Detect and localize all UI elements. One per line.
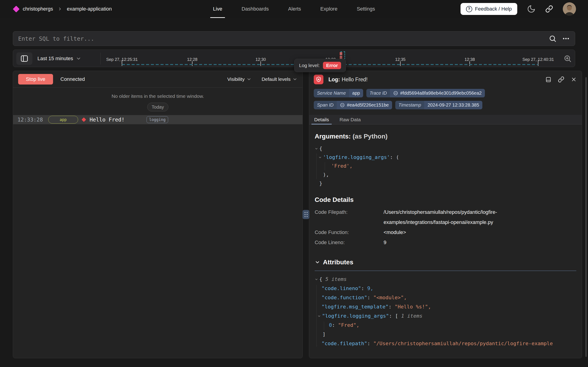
connection-status: Connected <box>60 76 85 82</box>
code-lineno-label: Code Lineno: <box>315 237 384 248</box>
divider <box>315 271 576 271</box>
search-icon[interactable] <box>549 35 556 42</box>
error-shield-icon <box>314 75 323 84</box>
log-time: 12:33:28 <box>17 117 43 123</box>
chevron-down-icon <box>315 259 320 265</box>
divider <box>100 53 101 65</box>
chevron-down-icon <box>247 77 251 82</box>
tab-raw-data[interactable]: Raw Data <box>339 115 361 124</box>
chevron-down-icon <box>76 56 81 61</box>
span-id-value: #ea4d5f226ec151be <box>347 102 389 108</box>
sidebar-toggle-icon[interactable] <box>16 52 32 65</box>
code-filepath-label: Code Filepath: <box>315 207 384 227</box>
attributes-json-block: { 5 items "code.lineno": 9, "code.functi… <box>315 275 576 348</box>
default-levels-label: Default levels <box>262 76 290 82</box>
detail-tabs: Details Raw Data <box>309 115 582 125</box>
error-level-badge: Error <box>323 62 341 69</box>
code-function-value: <module> <box>384 227 576 237</box>
collapse-chevron-icon[interactable] <box>315 275 319 284</box>
sql-filter-input[interactable] <box>18 35 549 42</box>
code-details-heading: Code Details <box>315 196 576 203</box>
trace-id-value: #fdd5694a8fa98eb4e301d99ebc056ea2 <box>400 91 482 96</box>
timeline-tick <box>122 60 122 66</box>
collapse-chevron-icon[interactable] <box>315 144 319 153</box>
badge-label: Service Name <box>314 89 349 97</box>
timestamp-value: 2024-09-27 12:33:28.385 <box>424 101 482 109</box>
arguments-heading: Arguments: (as Python) <box>315 133 576 140</box>
breadcrumb: christophergs example-application <box>0 6 112 12</box>
visibility-dropdown[interactable]: Visibility <box>227 76 251 82</box>
breadcrumb-org[interactable]: christophergs <box>23 6 53 12</box>
log-detail-panel: Log:Hello Fred! Service Name app Trace I… <box>309 71 582 358</box>
tooltip-label: Log level: <box>299 63 320 68</box>
timeline-tick <box>260 61 261 66</box>
logfire-logo-icon[interactable] <box>13 6 20 12</box>
service-badge[interactable]: app <box>48 116 78 124</box>
detail-header: Log:Hello Fred! <box>309 71 582 84</box>
link-icon <box>393 91 398 96</box>
tab-details[interactable]: Details <box>314 115 329 124</box>
time-range-label: Last 15 minutes <box>37 56 73 62</box>
question-icon: ? <box>466 6 472 12</box>
timestamp-badge: Timestamp 2024-09-27 12:33:28.385 <box>395 101 482 109</box>
log-level-tooltip: Log level: Error <box>294 59 346 72</box>
badge-label: Timestamp <box>395 101 424 109</box>
zoom-in-icon[interactable] <box>563 54 572 63</box>
live-panel-header: Stop live Connected Visibility Default l… <box>13 71 303 87</box>
user-avatar[interactable] <box>563 2 576 16</box>
log-message: Hello Fred! <box>90 117 124 123</box>
logging-tag-badge[interactable]: logging <box>147 116 168 123</box>
drag-dots-icon <box>305 212 307 217</box>
share-link-icon[interactable] <box>545 5 553 13</box>
scrollbar[interactable] <box>585 77 587 357</box>
detail-title: Log:Hello Fred! <box>328 76 367 83</box>
code-lineno-value: 9 <box>384 237 576 248</box>
live-logs-panel: Stop live Connected Visibility Default l… <box>13 71 303 358</box>
detail-title-text: Hello Fred! <box>342 76 367 83</box>
collapse-chevron-icon[interactable] <box>317 312 322 320</box>
badge-value: app <box>349 89 363 97</box>
panel-resize-handle[interactable] <box>303 210 309 219</box>
error-diamond-icon <box>82 117 86 122</box>
stop-live-button[interactable]: Stop live <box>18 74 53 84</box>
badge-label: Span ID <box>314 101 337 109</box>
chevron-down-icon <box>292 77 298 82</box>
link-icon <box>340 103 345 108</box>
nav-tab-alerts[interactable]: Alerts <box>287 0 302 18</box>
empty-window-message: No older items in the selected time wind… <box>13 93 303 99</box>
collapse-chevron-icon[interactable] <box>318 153 323 162</box>
metadata-badges: Service Name app Trace ID #fdd5694a8fa98… <box>309 84 582 109</box>
dark-mode-moon-icon[interactable] <box>527 5 536 13</box>
feedback-help-button[interactable]: ? Feedback / Help <box>461 3 517 15</box>
today-button[interactable]: Today <box>147 103 168 111</box>
dock-panel-icon[interactable] <box>545 76 552 83</box>
attributes-heading: Attributes <box>323 259 353 266</box>
close-icon[interactable] <box>571 76 577 83</box>
timeline-tick <box>192 61 192 66</box>
breadcrumb-project[interactable]: example-application <box>67 6 112 12</box>
time-range-select[interactable]: Last 15 minutes <box>36 56 83 62</box>
trace-id-badge[interactable]: Trace ID #fdd5694a8fa98eb4e301d99ebc056e… <box>366 89 485 97</box>
arguments-code-block: { 'logfire.logging_args': ( 'Fred', ), } <box>315 144 576 188</box>
default-levels-dropdown[interactable]: Default levels <box>262 76 298 82</box>
visibility-label: Visibility <box>227 76 244 82</box>
copy-link-icon[interactable] <box>558 76 564 83</box>
top-nav: christophergs example-application Live D… <box>0 0 588 18</box>
nav-tab-settings[interactable]: Settings <box>356 0 376 18</box>
timeline-tick <box>400 61 401 66</box>
nav-tab-live[interactable]: Live <box>212 0 223 18</box>
nav-actions: ? Feedback / Help <box>461 0 588 18</box>
log-row[interactable]: 12:33:28 app Hello Fred! logging <box>13 115 303 124</box>
attributes-section-toggle[interactable]: Attributes <box>315 259 576 266</box>
more-options-icon[interactable] <box>562 35 570 42</box>
service-name-badge: Service Name app <box>314 89 363 97</box>
badge-label: Trace ID <box>366 89 390 97</box>
nav-tab-explore[interactable]: Explore <box>320 0 339 18</box>
span-id-badge[interactable]: Span ID #ea4d5f226ec151be <box>314 101 392 109</box>
nav-tab-dashboards[interactable]: Dashboards <box>241 0 270 18</box>
feedback-help-label: Feedback / Help <box>475 6 512 12</box>
nav-tabs: Live Dashboards Alerts Explore Settings <box>212 0 376 18</box>
chevron-right-icon <box>58 7 62 11</box>
time-range-bar: Last 15 minutes Sep 27, 12:25:31 12:28 1… <box>13 50 575 67</box>
timeline-tick <box>470 61 470 66</box>
